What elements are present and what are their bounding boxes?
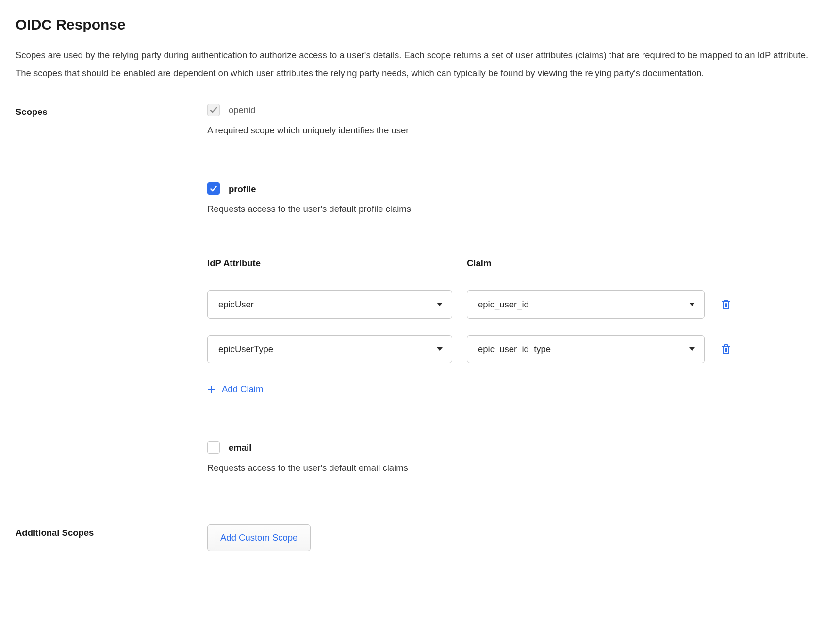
scope-openid-desc: A required scope which uniquely identifi… [207,124,809,137]
trash-icon [721,343,731,355]
scope-profile: profile Requests access to the user's de… [207,182,809,420]
mapping-section: IdP Attribute Claim epicUser epic_user_i… [207,257,809,397]
divider [207,160,809,160]
claim-value: epic_user_id [467,291,679,318]
scopes-row: Scopes openid A required scope which uni… [16,103,809,497]
checkbox-profile[interactable] [207,182,220,195]
add-custom-scope-button[interactable]: Add Custom Scope [207,524,311,551]
mapping-row: epicUserType epic_user_id_type [207,335,809,363]
additional-scopes-content: Add Custom Scope [207,524,809,551]
scope-email: email Requests access to the user's defa… [207,441,809,497]
claim-select[interactable]: epic_user_id [467,290,705,319]
scopes-content: openid A required scope which uniquely i… [207,103,809,497]
scope-profile-checkrow: profile [207,182,809,196]
chevron-down-icon [427,291,452,318]
scope-openid-checkrow: openid [207,103,809,117]
mapping-header: IdP Attribute Claim [207,257,809,270]
chevron-down-icon [679,291,704,318]
claim-select[interactable]: epic_user_id_type [467,335,705,363]
idp-attribute-select[interactable]: epicUserType [207,335,452,363]
scope-email-desc: Requests access to the user's default em… [207,461,809,475]
mapping-row: epicUser epic_user_id [207,290,809,319]
idp-attribute-select[interactable]: epicUser [207,290,452,319]
page-title: OIDC Response [16,14,809,35]
check-icon [210,106,217,114]
scope-openid: openid A required scope which uniquely i… [207,103,809,160]
trash-icon [721,299,731,310]
scopes-label: Scopes [16,103,207,119]
plus-icon [207,385,216,394]
idp-attribute-value: epicUser [208,291,427,318]
chevron-down-icon [679,336,704,363]
scope-email-name: email [229,441,251,454]
scope-openid-name: openid [229,103,256,117]
additional-scopes-row: Additional Scopes Add Custom Scope [16,524,809,551]
scope-profile-desc: Requests access to the user's default pr… [207,202,809,216]
idp-attribute-value: epicUserType [208,336,427,363]
additional-scopes-label: Additional Scopes [16,524,207,540]
delete-mapping-button[interactable] [719,298,733,311]
idp-attribute-header: IdP Attribute [207,257,452,270]
intro-text: Scopes are used by the relying party dur… [16,46,809,82]
delete-mapping-button[interactable] [719,342,733,356]
add-claim-button[interactable]: Add Claim [207,383,263,396]
claim-header: Claim [467,257,705,270]
add-claim-label: Add Claim [222,383,263,396]
scope-profile-name: profile [229,182,256,196]
checkbox-email[interactable] [207,441,220,454]
claim-value: epic_user_id_type [467,336,679,363]
scope-email-checkrow: email [207,441,809,454]
checkbox-openid [207,104,220,116]
check-icon [210,185,217,193]
chevron-down-icon [427,336,452,363]
